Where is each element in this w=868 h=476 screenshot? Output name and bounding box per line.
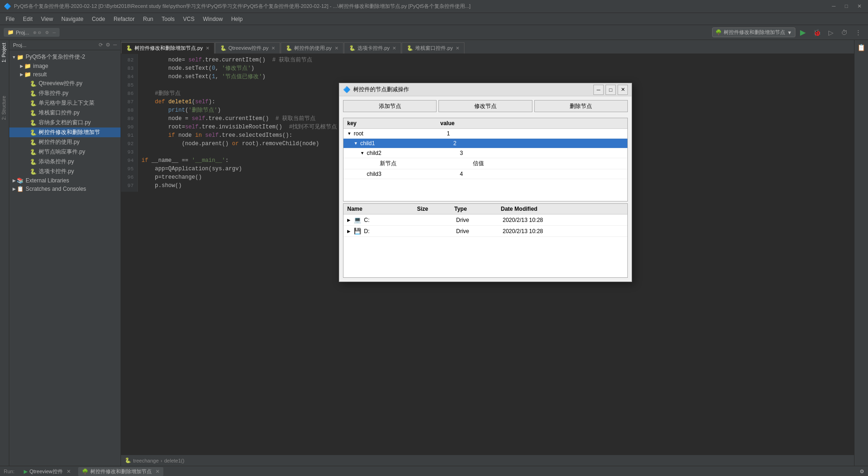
tree-item-qtreeview[interactable]: 🐍 Qtreeview控件.py: [9, 79, 121, 88]
tree-item-dock[interactable]: 🐍 停靠控件.py: [9, 88, 121, 98]
run-label: Run:: [4, 469, 14, 474]
editor-tab-stackwin[interactable]: 🐍 堆栈窗口控件.py ✕: [402, 42, 464, 54]
menu-tools[interactable]: Tools: [158, 14, 178, 24]
dialog-minimize-button[interactable]: ─: [593, 85, 604, 95]
tree-item-result[interactable]: ▶ 📁 result: [9, 70, 121, 79]
file-col-size: Size: [417, 206, 454, 212]
close-button[interactable]: ✕: [855, 2, 864, 10]
scroll-label: 添动条控件.py: [39, 158, 74, 166]
ln-88: 88: [125, 106, 134, 114]
dialog-close-button[interactable]: ✕: [618, 85, 628, 95]
tree-item-scratches[interactable]: ▶ 📋 Scratches and Consoles: [9, 185, 121, 193]
run-console-section: Run: ▶ Qtreeview控件 ✕ 🌳 树控件修改和删除增加节点 ✕ ⚙ …: [0, 466, 868, 476]
menu-window[interactable]: Window: [199, 14, 227, 24]
ln-85: 85: [125, 81, 134, 89]
menu-edit[interactable]: Edit: [19, 14, 36, 24]
file-name-c: C:: [364, 217, 419, 223]
project-tab[interactable]: 📁 Proj... ⊕ ⊖ ⚙ ─: [4, 28, 60, 37]
file-row-d[interactable]: ▶ 💾 D: Drive 2020/2/13 10:28: [343, 226, 627, 237]
modify-node-button[interactable]: 修改节点: [438, 100, 532, 112]
editor-tab-treeuse[interactable]: 🐍 树控件的使用.py ✕: [281, 42, 343, 54]
tree-item-cell[interactable]: 🐍 单元格中显示上下文菜: [9, 98, 121, 108]
tree-item-tab[interactable]: 🐍 选项卡控件.py: [9, 167, 121, 176]
tree-dialog[interactable]: 🔷 树控件的节点删减操作 ─ □ ✕ 添加节点 修改节点 删除节点 key va…: [339, 83, 632, 282]
tree-item-treeuse[interactable]: 🐍 树控件的使用.py: [9, 137, 121, 147]
tree-item-stack[interactable]: 🐍 堆栈窗口控件.py: [9, 108, 121, 118]
dialog-maximize-button[interactable]: □: [606, 85, 616, 95]
right-toolbar: 📋: [854, 40, 868, 466]
tab-close-treechange[interactable]: ✕: [206, 46, 209, 51]
run-tab-treechange[interactable]: 🌳 树控件修改和删除增加节点 ✕: [78, 467, 163, 476]
run-button[interactable]: ▶: [797, 27, 808, 38]
run-tab-qtreeview[interactable]: ▶ Qtreeview控件 ✕: [20, 467, 74, 476]
run-with-coverage-button[interactable]: ▷: [826, 27, 836, 38]
run-tab-qtreeview-close[interactable]: ✕: [67, 469, 71, 475]
python-file-icon: 🐍: [30, 110, 37, 116]
editor-tab-treechange[interactable]: 🐍 树控件修改和删除增加节点.py ✕: [121, 42, 215, 54]
tab-close-tabctrl[interactable]: ✕: [392, 46, 396, 51]
dialog-title-bar[interactable]: 🔷 树控件的节点删减操作 ─ □ ✕: [339, 83, 632, 96]
menu-vcs[interactable]: VCS: [179, 14, 198, 24]
file-row-c[interactable]: ▶ 💻 C: Drive 2020/2/13 10:28: [343, 215, 627, 226]
minimize-button[interactable]: ─: [829, 2, 839, 10]
editor-tab-tabctrl[interactable]: 🐍 选项卡控件.py ✕: [344, 42, 402, 54]
project-tab-expand: ⊕ ⊖: [33, 30, 42, 35]
run-configuration-dropdown[interactable]: 🌳 树控件修改和删除增加节点 ▼: [712, 27, 795, 37]
tree-item-scroll[interactable]: 🐍 添动条控件.py: [9, 157, 121, 167]
file-date-c: 2020/2/13 10:28: [503, 217, 624, 223]
menu-view[interactable]: View: [37, 14, 57, 24]
tab-close-stackwin[interactable]: ✕: [456, 46, 459, 51]
tree-row-child3[interactable]: child3 4: [343, 169, 627, 179]
delete-node-button[interactable]: 删除节点: [534, 100, 628, 112]
menu-code[interactable]: Code: [88, 14, 109, 24]
sidebar-sync-icon[interactable]: ⟳: [99, 42, 103, 48]
line-numbers: 82 83 84 85 86 87 88 89 90 91 92 93 94 9…: [121, 54, 138, 192]
tree-row-root[interactable]: ▼ root 1: [343, 129, 627, 139]
tab-close-qtreeview[interactable]: ✕: [271, 46, 275, 51]
tab-icon: 🐍: [286, 45, 292, 51]
sidebar-gear-icon[interactable]: ⚙: [106, 42, 110, 48]
menu-file[interactable]: File: [2, 14, 18, 24]
breadcrumb-class[interactable]: treechange: [133, 458, 159, 463]
project-panel-tab[interactable]: 1: Project: [0, 40, 9, 65]
tree-row-newnode[interactable]: 新节点 信值: [343, 158, 627, 169]
tree-item-treenode[interactable]: 🐍 树节点响应事件.py: [9, 147, 121, 157]
dock-label: 停靠控件.py: [39, 89, 68, 97]
tree-item-treechange[interactable]: 🐍 树控件修改和删除增加节: [9, 127, 121, 137]
tree-item-external-libs[interactable]: ▶ 📚 External Libraries: [9, 176, 121, 185]
tree-row-child1[interactable]: ▼ child1 2: [343, 139, 627, 148]
ln-82: 82: [125, 56, 134, 64]
structure-panel-tab[interactable]: 2: Structure: [0, 93, 9, 123]
tree-val-newnode: 信值: [473, 160, 624, 168]
console-settings-icon[interactable]: ⚙: [860, 469, 864, 475]
event-log-icon[interactable]: 📋: [857, 44, 865, 51]
run-tab-treechange-close[interactable]: ✕: [155, 469, 160, 475]
file-type-d: Drive: [456, 228, 503, 235]
tree-item-mdi[interactable]: 🐍 容纳多文档的窗口.py: [9, 118, 121, 127]
maximize-button[interactable]: □: [842, 2, 851, 10]
pycharm-header: 📁 Proj... ⊕ ⊖ ⚙ ─ 🌳 树控件修改和删除增加节点 ▼ ▶ 🐞 ▷…: [0, 25, 868, 40]
debug-button[interactable]: 🐞: [810, 27, 824, 38]
dialog-tree-widget[interactable]: key value ▼ root 1 ▼ child1 2 ▼ child2: [343, 118, 628, 201]
sidebar-collapse-icon[interactable]: ─: [113, 42, 117, 48]
tree-expand-icon: ▼: [354, 141, 360, 146]
tree-item-project-root[interactable]: ▼ 📁 PyQt5各个复杂控件使-2: [9, 52, 121, 62]
editor-tab-qtreeview[interactable]: 🐍 Qtreeview控件.py ✕: [215, 42, 280, 54]
menu-navigate[interactable]: Navigate: [58, 14, 87, 24]
menu-refactor[interactable]: Refactor: [110, 14, 138, 24]
libs-icon: 📚: [17, 177, 24, 184]
more-actions-button[interactable]: ⋮: [852, 27, 864, 38]
menu-help[interactable]: Help: [228, 14, 247, 24]
ln-83: 83: [125, 64, 134, 73]
profile-button[interactable]: ⏱: [838, 27, 850, 38]
ln-89: 89: [125, 114, 134, 123]
breadcrumb-method[interactable]: delete1(): [164, 458, 184, 463]
project-icon: 📁: [7, 29, 14, 35]
project-tab-gear: ⚙: [45, 30, 49, 35]
menu-run[interactable]: Run: [139, 14, 157, 24]
tree-item-image[interactable]: ▶ 📁 image: [9, 62, 121, 70]
tab-close-treeuse[interactable]: ✕: [335, 46, 338, 51]
dialog-file-widget[interactable]: Name Size Type Date Modified ▶ 💻 C: Driv…: [343, 203, 628, 278]
tree-row-child2[interactable]: ▼ child2 3: [343, 148, 627, 158]
add-node-button[interactable]: 添加节点: [343, 100, 437, 112]
